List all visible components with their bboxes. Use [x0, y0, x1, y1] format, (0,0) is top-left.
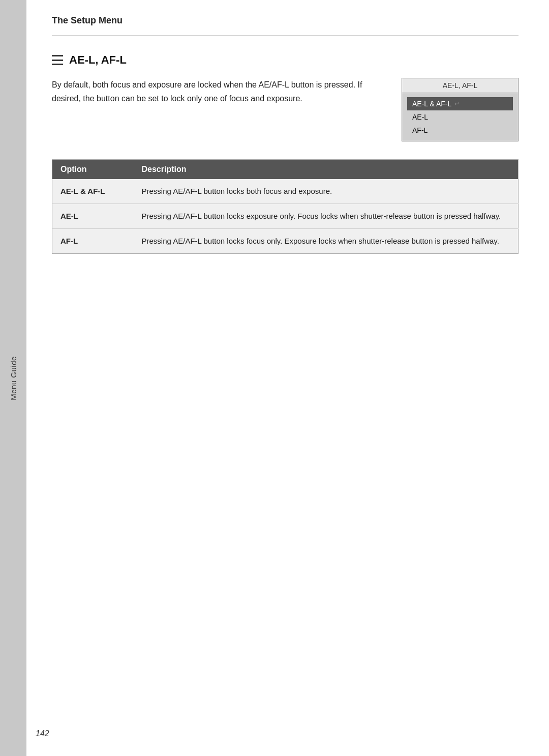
col-header-option: Option — [52, 160, 134, 180]
section-description: By default, both focus and exposure are … — [52, 78, 381, 141]
header-section: The Setup Menu — [52, 15, 518, 36]
main-content: The Setup Menu AE-L, AF-L By default, bo… — [26, 0, 549, 284]
table-row: AE-L Pressing AE/AF-L button locks expos… — [52, 204, 518, 229]
lcd-item-1: AE-L — [407, 110, 513, 124]
section-title: AE-L, AF-L — [69, 53, 127, 67]
option-description-1: Pressing AE/AF-L button locks exposure o… — [134, 204, 518, 229]
sidebar-tab: Menu Guide — [0, 0, 26, 756]
section-heading: AE-L, AF-L — [52, 53, 518, 67]
page-title: The Setup Menu — [52, 15, 123, 25]
option-description-2: Pressing AE/AF-L button locks focus only… — [134, 229, 518, 254]
menu-icon — [52, 55, 63, 65]
table-row: AE-L & AF-L Pressing AE/AF-L button lock… — [52, 179, 518, 204]
option-description-0: Pressing AE/AF-L button locks both focus… — [134, 179, 518, 204]
table-header-row: Option Description — [52, 160, 518, 180]
lcd-item-0: AE-L & AF-L ↵ — [407, 97, 513, 110]
lcd-item-label-0: AE-L & AF-L — [412, 100, 451, 108]
col-header-description: Description — [134, 160, 518, 180]
lcd-item-label-2: AF-L — [412, 126, 428, 134]
lcd-item-label-1: AE-L — [412, 113, 428, 121]
lcd-body: AE-L & AF-L ↵ AE-L AF-L — [402, 93, 518, 141]
options-table: Option Description AE-L & AF-L Pressing … — [52, 159, 518, 254]
return-icon: ↵ — [454, 100, 460, 107]
lcd-mockup: AE-L, AF-L AE-L & AF-L ↵ AE-L AF-L — [402, 78, 518, 141]
option-name-0: AE-L & AF-L — [52, 179, 134, 204]
menu-icon-bar-1 — [52, 55, 63, 56]
lcd-title: AE-L, AF-L — [402, 78, 518, 93]
option-name-2: AF-L — [52, 229, 134, 254]
menu-icon-bar-3 — [52, 64, 63, 65]
page-number: 142 — [36, 729, 49, 738]
table-body: AE-L & AF-L Pressing AE/AF-L button lock… — [52, 179, 518, 254]
lcd-item-2: AF-L — [407, 124, 513, 137]
sidebar-tab-label: Menu Guide — [9, 356, 18, 400]
table-header: Option Description — [52, 160, 518, 180]
content-row: By default, both focus and exposure are … — [52, 78, 518, 141]
option-name-1: AE-L — [52, 204, 134, 229]
menu-icon-bar-2 — [52, 60, 63, 61]
table-row: AF-L Pressing AE/AF-L button locks focus… — [52, 229, 518, 254]
